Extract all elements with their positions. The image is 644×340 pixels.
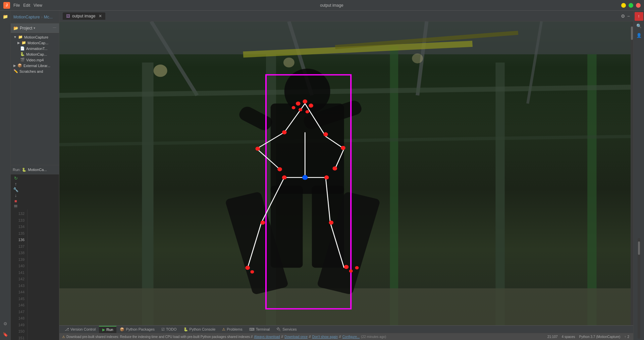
- breadcrumb-item-2[interactable]: Mc...: [44, 15, 53, 19]
- window-close[interactable]: [636, 3, 641, 8]
- svg-point-43: [306, 110, 309, 113]
- folder-icon-ext: 📦: [17, 63, 22, 68]
- tree-item-scratches[interactable]: ✏️ Scratches and: [11, 68, 59, 74]
- tab-version-control[interactable]: ⎇ Version Control: [61, 326, 99, 333]
- tab-python-packages[interactable]: 📦 Python Packages: [116, 326, 158, 333]
- window-minimize[interactable]: [621, 3, 626, 8]
- svg-point-48: [341, 146, 345, 150]
- left-sidebar: 📁 ⚙ 🔖: [0, 11, 11, 340]
- services-label: Services: [282, 327, 297, 331]
- right-sidebar: ! 🔍 👤: [633, 11, 644, 340]
- problems-icon: ⚠: [222, 327, 225, 332]
- svg-point-60: [355, 266, 359, 270]
- window-title: output image: [320, 3, 343, 8]
- project-label: Project: [20, 26, 32, 31]
- tree-label-anim: AnimationT...: [26, 47, 48, 51]
- status-link-dont-show[interactable]: Don't show again: [312, 335, 338, 339]
- svg-point-41: [309, 104, 313, 108]
- svg-rect-5: [142, 62, 153, 325]
- svg-point-49: [277, 167, 282, 171]
- tab-python-console[interactable]: 🐍 Python Console: [180, 326, 219, 333]
- center-column: 🖼 output image ✕ ⚙ −: [59, 11, 633, 340]
- image-tab-close[interactable]: ✕: [99, 14, 102, 18]
- expand-icon-sub: ▶: [17, 41, 20, 45]
- py-console-icon: 🐍: [183, 327, 188, 332]
- svg-point-57: [250, 270, 254, 274]
- svg-point-47: [255, 147, 260, 151]
- btn-run-refresh[interactable]: ↻: [12, 176, 19, 181]
- svg-point-52: [324, 175, 329, 179]
- project-menu[interactable]: ⋯: [53, 26, 56, 30]
- tree-item-motioncap-py[interactable]: 🐍 MotionCap...: [11, 51, 59, 57]
- status-time: (22 minutes ago): [361, 335, 386, 339]
- ide-top-bar: MotionCapture › Mc...: [11, 11, 59, 23]
- svg-point-46: [323, 132, 328, 136]
- tab-todo[interactable]: ☑ TODO: [158, 326, 180, 333]
- expand-icon-ext: ▶: [13, 64, 16, 67]
- image-tab-label: output image: [72, 14, 95, 18]
- py-icon: 🐍: [20, 52, 25, 56]
- line-numbers: 1321331341351361371381391401411421431441…: [11, 209, 28, 340]
- status-link-configure[interactable]: Configure...: [342, 335, 360, 339]
- tab-problems[interactable]: ⚠ Problems: [219, 326, 246, 333]
- viewer-settings-btn[interactable]: ⚙: [621, 13, 625, 19]
- scrollbar-thumb[interactable]: [631, 26, 633, 40]
- tree-label: MotionCapture: [24, 35, 48, 39]
- user-icon-right[interactable]: 👤: [635, 31, 643, 40]
- scrollbar-right: [638, 238, 640, 339]
- pkg-label: Python Packages: [126, 327, 155, 331]
- structure-icon[interactable]: ⚙: [1, 319, 10, 328]
- btn-run-up[interactable]: ↑: [12, 181, 19, 186]
- project-dropdown[interactable]: ▾: [34, 26, 35, 30]
- svg-point-44: [292, 106, 296, 109]
- menu-view[interactable]: View: [34, 3, 42, 8]
- vertical-scrollbar[interactable]: [631, 21, 633, 325]
- run-icon: ▶: [102, 328, 105, 332]
- run-config-icon: 🐍: [22, 168, 26, 172]
- python-version: Python 3.7 (MotionCapture): [579, 335, 621, 339]
- line-numbers-area: 1321331341351361371381391401411421431441…: [11, 208, 59, 340]
- bottom-bar: ⎇ Version Control ▶ Run 📦 Python Package…: [59, 325, 633, 340]
- menu-edit[interactable]: Edit: [23, 3, 30, 8]
- menu-file[interactable]: File: [13, 3, 20, 8]
- bookmarks-icon[interactable]: 🔖: [1, 330, 10, 339]
- notifications-icon[interactable]: !: [635, 12, 643, 21]
- folder-icon-scratch: ✏️: [13, 69, 18, 73]
- window-maximize[interactable]: [629, 3, 633, 8]
- svg-point-40: [303, 100, 307, 104]
- tree-item-animationt[interactable]: 📄 AnimationT...: [11, 46, 59, 51]
- scrollbar-right-thumb[interactable]: [638, 241, 640, 255]
- breadcrumb-item-1[interactable]: MotionCapture: [13, 15, 40, 19]
- tab-services[interactable]: 🔌 Services: [273, 326, 300, 333]
- status-link-always[interactable]: Always download: [254, 335, 280, 339]
- status-link-once[interactable]: Download once: [284, 335, 308, 339]
- tree-item-external[interactable]: ▶ 📦 External Librar...: [11, 63, 59, 68]
- vc-icon: ⎇: [65, 327, 69, 332]
- tree-item-motioncapture[interactable]: ▼ 📁 MotionCapture: [11, 34, 59, 40]
- btn-run-wrench[interactable]: 🔧: [12, 187, 19, 192]
- project-icon[interactable]: 📁: [1, 12, 10, 21]
- svg-rect-7: [390, 46, 398, 325]
- tree-label-py: MotionCap...: [26, 52, 47, 56]
- project-header: 📂 Project ▾ ⋯: [11, 23, 59, 33]
- tab-terminal[interactable]: ⌨ Terminal: [246, 326, 273, 333]
- run-config-name: MotionCa...: [28, 168, 47, 172]
- title-bar: J File Edit View output image: [0, 0, 644, 11]
- ceiling-svg: [59, 21, 633, 325]
- image-tab[interactable]: 🖼 output image ✕: [63, 12, 105, 20]
- viewer-minimize-btn[interactable]: −: [627, 13, 630, 19]
- tab-run[interactable]: ▶ Run: [99, 326, 116, 333]
- svg-point-50: [332, 166, 337, 170]
- btn-run-stop[interactable]: ■: [12, 199, 19, 204]
- tool-tabs-row: ⎇ Version Control ▶ Run 📦 Python Package…: [59, 326, 633, 333]
- btn-run-down[interactable]: ↓: [12, 193, 19, 198]
- tree-item-video[interactable]: 🎬 Video.mp4: [11, 57, 59, 63]
- svg-point-16: [283, 58, 294, 67]
- tree-item-motioncap-folder[interactable]: ▶ 📁 MotionCap...: [11, 40, 59, 46]
- svg-point-58: [344, 265, 349, 269]
- search-icon-right[interactable]: 🔍: [635, 21, 643, 30]
- svg-point-59: [349, 269, 353, 273]
- git-branch-icon: ↑: [624, 335, 626, 339]
- git-number: 2: [627, 335, 629, 339]
- tree-label-sub: MotionCap...: [28, 41, 48, 45]
